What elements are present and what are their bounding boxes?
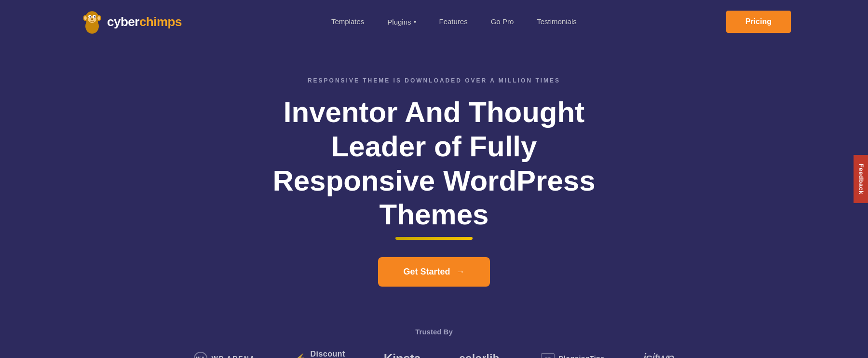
- nav-link-templates[interactable]: Templates: [331, 17, 364, 26]
- brand-wp-arena: WA WP ARENA: [194, 352, 255, 358]
- logo[interactable]: cyberchimps: [77, 7, 182, 37]
- isitwp-label: isitwp: [643, 351, 674, 358]
- get-started-label: Get Started: [403, 267, 450, 277]
- get-started-arrow: →: [456, 267, 465, 277]
- hero-underline-decoration: [395, 237, 473, 240]
- wp-arena-label: WP ARENA: [211, 355, 255, 358]
- svg-point-6: [94, 16, 95, 17]
- hero-subtitle: RESPONSIVE THEME IS DOWNLOADED OVER A MI…: [308, 77, 560, 84]
- nav-link-features[interactable]: Features: [439, 17, 468, 26]
- blogging-tips-label: BloggingTips: [558, 355, 604, 358]
- nav-link-testimonials[interactable]: Testimonials: [537, 17, 577, 26]
- pricing-button[interactable]: Pricing: [726, 11, 791, 33]
- hero-title: Inventor And Thought Leader of Fully Res…: [236, 96, 632, 232]
- svg-point-10: [84, 16, 86, 20]
- kinsta-label: Kinsta: [384, 351, 420, 358]
- brand-isitwp: isitwp: [643, 351, 674, 358]
- logo-text: cyberchimps: [107, 14, 182, 29]
- nav-item-plugins[interactable]: Plugins ▾: [387, 18, 416, 26]
- feedback-label: Feedback: [858, 164, 865, 194]
- hero-section: RESPONSIVE THEME IS DOWNLOADED OVER A MI…: [0, 43, 868, 301]
- nav-item-templates[interactable]: Templates: [331, 17, 364, 26]
- trusted-logos: WA WP ARENA ⚡ Discount Reactor Kinsta co…: [0, 349, 868, 358]
- brand-kinsta: Kinsta: [384, 351, 420, 358]
- nav-link-plugins[interactable]: Plugins: [387, 18, 411, 26]
- trusted-section: Trusted By WA WP ARENA ⚡ Discount Reacto…: [0, 328, 868, 358]
- discount-reactor-label: Discount: [310, 349, 345, 358]
- nav-item-go-pro[interactable]: Go Pro: [491, 17, 514, 26]
- nav-item-features[interactable]: Features: [439, 17, 468, 26]
- nav-link-go-pro[interactable]: Go Pro: [491, 17, 514, 26]
- svg-point-7: [91, 18, 94, 20]
- plugins-dropdown-icon: ▾: [414, 19, 416, 25]
- brand-colorlib: colorlib.: [459, 352, 502, 358]
- brand-discount-reactor: ⚡ Discount Reactor: [294, 349, 345, 358]
- hero-title-line2: Responsive WordPress Themes: [272, 165, 595, 231]
- get-started-button[interactable]: Get Started →: [378, 257, 489, 287]
- nav-item-testimonials[interactable]: Testimonials: [537, 17, 577, 26]
- blogging-tips-icon: BT: [541, 353, 555, 358]
- hero-title-line1: Inventor And Thought Leader of Fully: [284, 96, 584, 163]
- brand-blogging-tips: BT BloggingTips: [541, 353, 604, 358]
- trusted-label: Trusted By: [0, 328, 868, 336]
- feedback-tab[interactable]: Feedback: [854, 155, 868, 203]
- colorlib-label: colorlib.: [459, 352, 502, 358]
- logo-icon: [77, 7, 107, 37]
- nav-links: Templates Plugins ▾ Features Go Pro Test…: [331, 17, 577, 26]
- navbar: cyberchimps Templates Plugins ▾ Features…: [0, 0, 868, 43]
- svg-point-11: [97, 16, 100, 20]
- discount-reactor-icon: ⚡: [294, 353, 307, 358]
- wp-arena-icon: WA: [194, 352, 207, 358]
- svg-point-5: [90, 16, 91, 17]
